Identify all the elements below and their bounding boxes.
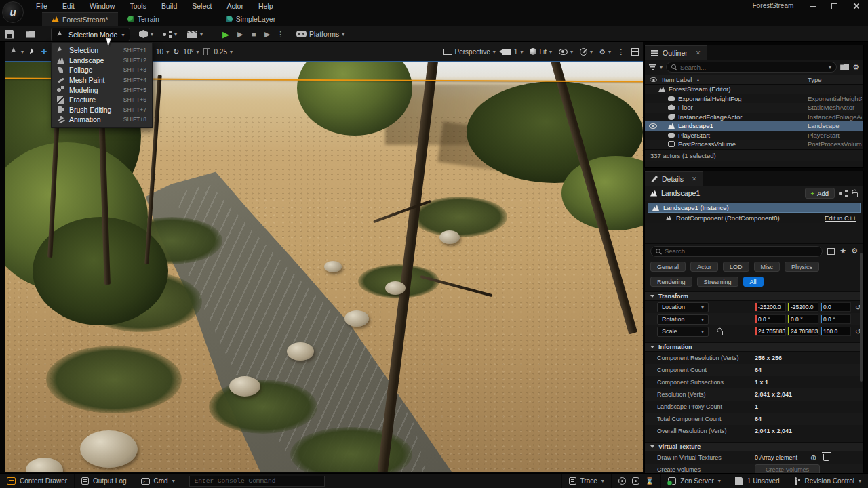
chip-physics[interactable]: Physics xyxy=(785,262,819,272)
filter-icon[interactable] xyxy=(649,64,656,70)
content-drawer-button[interactable]: Content Drawer xyxy=(0,474,75,488)
rotation-y-field[interactable]: 0.0 ° xyxy=(787,314,818,324)
hourglass-icon[interactable]: ⌛ xyxy=(646,477,654,485)
rotation-z-field[interactable]: 0.0 ° xyxy=(820,314,851,324)
gear-icon[interactable]: ⚙ xyxy=(851,247,858,256)
details-search-input[interactable] xyxy=(665,247,817,255)
stop-button[interactable]: ■ xyxy=(252,28,256,40)
menu-tools[interactable]: Tools xyxy=(122,0,154,12)
favorites-icon[interactable]: ★ xyxy=(840,247,846,256)
location-y-field[interactable]: -25200.0 xyxy=(787,302,818,312)
menu-item-animation[interactable]: Animation SHIFT+8 xyxy=(52,115,152,125)
close-icon[interactable]: ✕ xyxy=(696,49,701,56)
output-log-button[interactable]: Output Log xyxy=(75,474,134,488)
cinematics-button[interactable]: ▾ xyxy=(187,28,203,40)
minimize-button[interactable] xyxy=(810,3,816,9)
unlock-icon[interactable] xyxy=(717,331,723,336)
maximize-viewport-icon[interactable] xyxy=(631,48,639,56)
viewport-settings-dropdown[interactable]: ⚙ ▾ xyxy=(599,48,611,56)
frame-skip-button[interactable]: ▶ xyxy=(237,28,243,40)
move-tool-icon[interactable]: ✚ xyxy=(41,47,47,56)
chevron-down-icon[interactable]: ▾ xyxy=(660,64,663,70)
show-flags-dropdown[interactable]: ▾ xyxy=(559,49,573,55)
root-component-row[interactable]: RootComponent (RootComponent0) Edit in C… xyxy=(645,213,863,223)
chip-rendering[interactable]: Rendering xyxy=(650,277,692,287)
outliner-search-input[interactable] xyxy=(680,64,825,71)
menu-edit[interactable]: Edit xyxy=(55,0,82,12)
scale-z-field[interactable]: 100.0 xyxy=(820,327,851,336)
screenshot-icon[interactable] xyxy=(632,477,639,485)
eye-icon[interactable] xyxy=(649,123,657,129)
play-button[interactable]: ▶ xyxy=(222,28,229,40)
grid-snap-dropdown[interactable]: 10 ▾ xyxy=(156,48,169,56)
new-folder-icon[interactable] xyxy=(840,64,849,70)
editor-mode-dropdown[interactable]: Selection Mode ▾ xyxy=(51,28,130,41)
scale-snap-dropdown[interactable]: 0.25 ▾ xyxy=(214,48,233,56)
trace-dropdown[interactable]: Trace ▾ xyxy=(561,474,612,488)
location-dropdown[interactable]: Location ▾ xyxy=(657,302,709,312)
outliner-row-selected[interactable]: Landscape1 Landscape xyxy=(645,121,863,131)
viewport-options-icon[interactable]: ⋮ xyxy=(618,48,625,56)
zen-server-dropdown[interactable]: Zen Server ▾ xyxy=(661,474,728,488)
details-search[interactable] xyxy=(650,246,823,257)
insights-icon[interactable] xyxy=(618,477,626,485)
camera-speed-dropdown[interactable]: ▾ xyxy=(580,48,593,56)
item-label-column[interactable]: Item Label xyxy=(662,76,692,83)
unsaved-button[interactable]: 1 Unsaved xyxy=(728,474,787,488)
chevron-down-icon[interactable]: ▾ xyxy=(829,64,831,70)
blueprint-convert-icon[interactable] xyxy=(839,190,848,197)
trash-icon[interactable] xyxy=(823,454,829,461)
outliner-tab[interactable]: Outliner ✕ xyxy=(645,45,707,60)
browse-content-button[interactable] xyxy=(26,28,35,40)
location-z-field[interactable]: 0.0 xyxy=(820,302,851,312)
chip-streaming[interactable]: Streaming xyxy=(697,277,738,287)
outliner-row[interactable]: InstancedFoliageActor InstancedFoliageAc… xyxy=(645,113,863,122)
outliner-row[interactable]: Floor StaticMeshActor xyxy=(645,103,863,113)
details-scrollbar[interactable] xyxy=(860,253,863,382)
tab-simplelayer[interactable]: SimpleLayer xyxy=(216,12,285,26)
blueprints-button[interactable]: ▾ xyxy=(163,28,177,40)
outliner-row[interactable]: PostProcessVolume PostProcessVolume xyxy=(645,140,863,149)
lock-icon[interactable] xyxy=(852,192,858,197)
gear-icon[interactable]: ⚙ xyxy=(852,63,859,72)
console-command-input[interactable] xyxy=(189,476,325,487)
select-tool-icon[interactable] xyxy=(30,48,35,54)
edit-in-cpp-link[interactable]: Edit in C++ xyxy=(825,214,856,222)
tab-foreststream[interactable]: ForestStream* xyxy=(42,12,118,26)
rotation-snap-icon[interactable]: ↻ xyxy=(173,47,179,56)
transform-section-header[interactable]: Transform xyxy=(645,291,863,301)
display-options-icon[interactable] xyxy=(827,248,835,255)
outliner-row[interactable]: ExponentialHeightFog ExponentialHeightFo… xyxy=(645,94,863,104)
save-button[interactable] xyxy=(5,28,14,40)
information-section-header[interactable]: Information xyxy=(645,342,863,352)
scale-dropdown[interactable]: Scale ▾ xyxy=(657,327,709,337)
view-mode-dropdown[interactable]: Lit ▾ xyxy=(530,48,552,56)
chip-misc[interactable]: Misc xyxy=(754,262,781,272)
details-tab[interactable]: Details ✕ xyxy=(645,171,703,186)
revision-control-dropdown[interactable]: Revision Control ▾ xyxy=(787,474,868,488)
menu-select[interactable]: Select xyxy=(184,0,219,12)
add-component-button[interactable]: + Add xyxy=(805,188,835,199)
close-icon[interactable]: ✕ xyxy=(692,176,697,182)
menu-item-selection[interactable]: Selection SHIFT+1 xyxy=(52,45,152,56)
screen-percentage-dropdown[interactable]: 1 ▾ xyxy=(502,48,524,56)
visibility-column-icon[interactable] xyxy=(650,77,656,82)
menu-item-fracture[interactable]: Fracture SHIFT+6 xyxy=(52,95,152,105)
menu-item-landscape[interactable]: Landscape SHIFT+2 xyxy=(52,56,152,66)
play-options-button[interactable]: ⋮ xyxy=(277,28,284,40)
menu-item-mesh-paint[interactable]: Mesh Paint SHIFT+4 xyxy=(52,75,152,85)
add-element-icon[interactable]: ⊕ xyxy=(810,453,816,462)
add-actor-button[interactable]: + ▾ xyxy=(139,28,153,40)
menu-actor[interactable]: Actor xyxy=(219,0,251,12)
menu-item-modeling[interactable]: Modeling SHIFT+5 xyxy=(52,85,152,95)
location-x-field[interactable]: -25200.0 xyxy=(755,302,786,312)
restore-button[interactable] xyxy=(831,3,838,9)
scale-snap-icon[interactable] xyxy=(203,48,210,55)
perspective-dropdown[interactable]: Perspective ▾ xyxy=(443,48,496,56)
type-column[interactable]: Type xyxy=(808,76,822,83)
scale-x-field[interactable]: 24.705883 xyxy=(755,327,786,336)
chip-all[interactable]: All xyxy=(743,277,764,287)
rotation-snap-dropdown[interactable]: 10° ▾ xyxy=(183,48,199,56)
unreal-logo-icon[interactable]: u xyxy=(2,1,24,23)
outliner-search[interactable]: ▾ xyxy=(666,62,837,73)
